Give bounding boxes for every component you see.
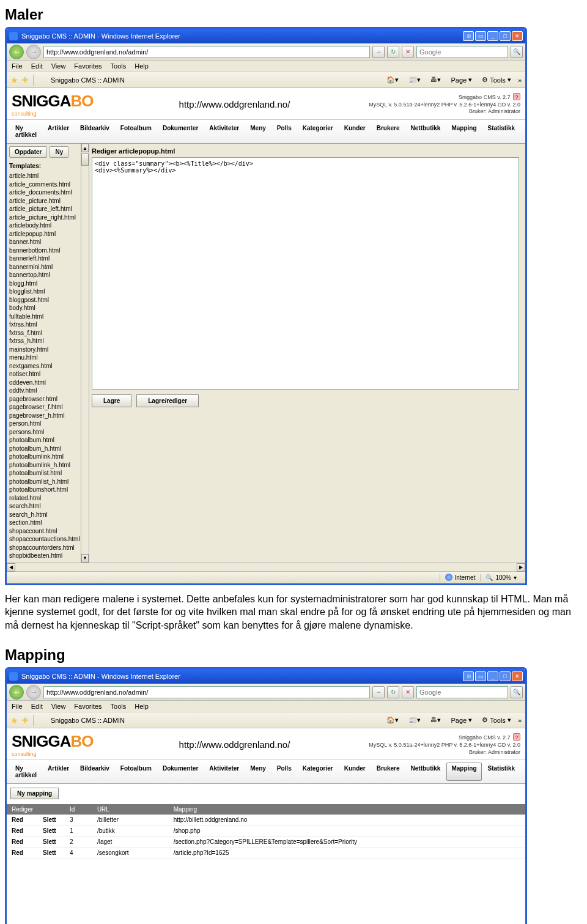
- tab-title[interactable]: Sniggabo CMS :: ADMIN: [51, 717, 125, 724]
- nav-brukere[interactable]: Brukere: [372, 763, 405, 781]
- nav-kunder[interactable]: Kunder: [339, 122, 371, 141]
- menu-file[interactable]: File: [12, 62, 23, 70]
- close-button[interactable]: ✕: [512, 671, 523, 681]
- template-item[interactable]: photoalbumlist.html: [9, 469, 87, 478]
- wb-b[interactable]: ▭: [475, 671, 486, 681]
- nav-polls[interactable]: Polls: [272, 763, 297, 781]
- delete-link[interactable]: Slett: [38, 848, 65, 859]
- menu-view[interactable]: View: [51, 703, 66, 710]
- search-input[interactable]: [416, 686, 508, 698]
- menu-view[interactable]: View: [51, 62, 66, 70]
- help-icon[interactable]: ?: [513, 733, 520, 741]
- template-item[interactable]: photoalbumshort.html: [9, 486, 87, 494]
- nav-maler[interactable]: Maler: [521, 122, 527, 141]
- edit-link[interactable]: Red: [7, 826, 38, 837]
- template-item[interactable]: persons.html: [9, 428, 87, 437]
- tools-menu[interactable]: ⚙ Tools ▾: [479, 714, 514, 726]
- url-input[interactable]: [43, 686, 370, 698]
- nav-mapping[interactable]: Mapping: [446, 763, 481, 781]
- nav-polls[interactable]: Polls: [272, 122, 297, 141]
- scroll-up-icon[interactable]: ▲: [81, 144, 89, 152]
- template-item[interactable]: bannertop.html: [9, 271, 87, 279]
- nav-mapping[interactable]: Mapping: [446, 122, 481, 141]
- nav-maler[interactable]: Maler: [521, 763, 527, 781]
- template-item[interactable]: article.html: [9, 172, 87, 180]
- sidebar-scrollbar[interactable]: ▲ ▼: [81, 144, 89, 563]
- template-item[interactable]: banner.html: [9, 238, 87, 246]
- nav-bildearkiv[interactable]: Bildearkiv: [75, 763, 114, 781]
- template-item[interactable]: article_picture_left.html: [9, 205, 87, 213]
- back-button[interactable]: ←: [9, 45, 24, 59]
- scroll-down-icon[interactable]: ▼: [81, 554, 89, 563]
- print-button[interactable]: 🖶▾: [427, 714, 444, 726]
- maximize-button[interactable]: □: [500, 31, 511, 41]
- stop-button[interactable]: ✕: [402, 686, 414, 698]
- nav-meny[interactable]: Meny: [245, 763, 271, 781]
- nav-artikler[interactable]: Artikler: [43, 122, 74, 141]
- template-item[interactable]: article_comments.html: [9, 180, 87, 189]
- nav-meny[interactable]: Meny: [245, 122, 271, 141]
- menu-edit[interactable]: Edit: [31, 62, 43, 70]
- template-item[interactable]: bannerbottom.html: [9, 246, 87, 255]
- feeds-button[interactable]: 📰▾: [405, 714, 424, 726]
- template-item[interactable]: oddtv.html: [9, 386, 87, 395]
- horizontal-scrollbar[interactable]: ◀▶: [7, 563, 525, 571]
- nav-nettbutikk[interactable]: Nettbutikk: [406, 122, 446, 141]
- template-item[interactable]: related.html: [9, 494, 87, 503]
- maximize-button[interactable]: □: [500, 671, 511, 681]
- nav-statistikk[interactable]: Statistikk: [483, 763, 520, 781]
- template-item[interactable]: blogg.html: [9, 279, 87, 288]
- expand-icon[interactable]: »: [518, 717, 522, 724]
- minimize-button[interactable]: _: [487, 31, 498, 41]
- template-item[interactable]: articlebody.html: [9, 221, 87, 230]
- template-item[interactable]: body.html: [9, 304, 87, 312]
- nav-ny-artikkel[interactable]: Ny artikkel: [10, 122, 42, 141]
- add-favorite-icon[interactable]: ✚: [22, 76, 28, 84]
- template-item[interactable]: oddeven.html: [9, 379, 87, 387]
- template-item[interactable]: menu.html: [9, 353, 87, 362]
- nav-fotoalbum[interactable]: Fotoalbum: [116, 122, 157, 141]
- template-item[interactable]: shopbidbeaten.html: [9, 552, 87, 560]
- edit-link[interactable]: Red: [7, 815, 38, 826]
- wb-a[interactable]: ⎚: [463, 31, 474, 41]
- tools-menu[interactable]: ⚙ Tools ▾: [479, 74, 514, 86]
- delete-link[interactable]: Slett: [38, 837, 65, 848]
- template-item[interactable]: article_documents.html: [9, 188, 87, 197]
- template-item[interactable]: fxtrss_h.html: [9, 337, 87, 346]
- template-item[interactable]: photoalbum.html: [9, 436, 87, 445]
- nav-ny-artikkel[interactable]: Ny artikkel: [10, 763, 42, 781]
- expand-icon[interactable]: »: [518, 76, 522, 84]
- feeds-button[interactable]: 📰▾: [405, 74, 424, 86]
- nav-nettbutikk[interactable]: Nettbutikk: [406, 763, 446, 781]
- ny-button[interactable]: Ny: [50, 146, 68, 158]
- template-item[interactable]: photoalbum_h.html: [9, 445, 87, 453]
- template-item[interactable]: fxtrss.html: [9, 320, 87, 329]
- home-button[interactable]: 🏠▾: [383, 74, 402, 86]
- template-item[interactable]: photoalbumlist_h.html: [9, 478, 87, 486]
- nav-dokumenter[interactable]: Dokumenter: [158, 122, 203, 141]
- nav-statistikk[interactable]: Statistikk: [483, 122, 520, 141]
- template-item[interactable]: search.html: [9, 502, 87, 511]
- add-favorite-icon[interactable]: ✚: [22, 716, 28, 725]
- nav-aktiviteter[interactable]: Aktiviteter: [204, 122, 244, 141]
- search-button[interactable]: 🔍: [511, 686, 523, 698]
- wb-a[interactable]: ⎚: [463, 671, 474, 681]
- help-icon[interactable]: ?: [513, 93, 520, 100]
- nav-brukere[interactable]: Brukere: [372, 122, 405, 141]
- template-item[interactable]: article_picture_right.html: [9, 213, 87, 222]
- menu-tools[interactable]: Tools: [111, 703, 127, 710]
- template-item[interactable]: articlepopup.html: [9, 230, 87, 238]
- template-item[interactable]: search_h.html: [9, 511, 87, 519]
- tab-title[interactable]: Sniggabo CMS :: ADMIN: [51, 76, 125, 84]
- template-item[interactable]: bannermini.html: [9, 263, 87, 272]
- template-item[interactable]: shopaccountauctions.html: [9, 535, 87, 544]
- refresh-button[interactable]: ↻: [387, 46, 399, 58]
- refresh-button[interactable]: ↻: [387, 686, 399, 698]
- stop-button[interactable]: ✕: [402, 46, 414, 58]
- template-item[interactable]: pagebrowser_f.html: [9, 403, 87, 412]
- print-button[interactable]: 🖶▾: [427, 74, 444, 86]
- menu-edit[interactable]: Edit: [31, 703, 43, 710]
- go-button[interactable]: →: [372, 686, 385, 698]
- favorites-star-icon[interactable]: ★: [10, 715, 18, 725]
- menu-favorites[interactable]: Favorites: [74, 703, 102, 710]
